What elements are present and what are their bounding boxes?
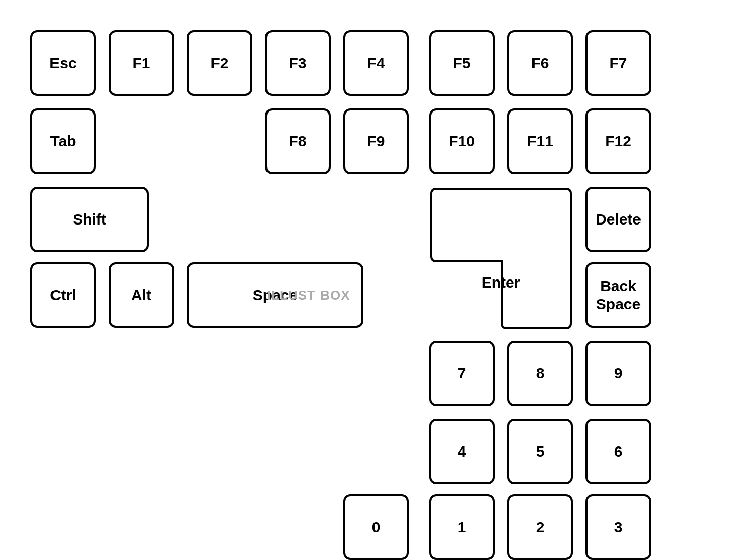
- key-enter[interactable]: Enter: [429, 187, 573, 330]
- key-f12[interactable]: F12: [585, 108, 651, 174]
- key-tab[interactable]: Tab: [30, 108, 96, 174]
- key-num6[interactable]: 6: [585, 419, 651, 484]
- svg-text:Enter: Enter: [482, 274, 520, 291]
- key-num9[interactable]: 9: [585, 341, 651, 406]
- key-f3[interactable]: F3: [265, 30, 331, 96]
- key-f2[interactable]: F2: [187, 30, 252, 96]
- key-backspace[interactable]: BackSpace: [585, 262, 651, 328]
- key-esc[interactable]: Esc: [30, 30, 96, 96]
- key-num5[interactable]: 5: [507, 419, 573, 484]
- key-f6[interactable]: F6: [507, 30, 573, 96]
- key-f8[interactable]: F8: [265, 108, 331, 174]
- key-alt[interactable]: Alt: [109, 262, 174, 328]
- key-f7[interactable]: F7: [585, 30, 651, 96]
- key-delete[interactable]: Delete: [585, 187, 651, 252]
- key-f5[interactable]: F5: [429, 30, 495, 96]
- key-space[interactable]: Space ILLUST BOX: [187, 262, 363, 328]
- key-num1[interactable]: 1: [429, 494, 495, 560]
- key-num0[interactable]: 0: [343, 494, 409, 560]
- key-f4[interactable]: F4: [343, 30, 409, 96]
- key-f9[interactable]: F9: [343, 108, 409, 174]
- key-shift[interactable]: Shift: [30, 187, 149, 252]
- key-num4[interactable]: 4: [429, 419, 495, 484]
- key-f10[interactable]: F10: [429, 108, 495, 174]
- key-num3[interactable]: 3: [585, 494, 651, 560]
- key-f1[interactable]: F1: [109, 30, 174, 96]
- keyboard-layout: Esc F1 F2 F3 F4 F5 F6 F7 Tab F8 F9 F10 F…: [15, 15, 732, 545]
- key-f11[interactable]: F11: [507, 108, 573, 174]
- key-ctrl[interactable]: Ctrl: [30, 262, 96, 328]
- key-num2[interactable]: 2: [507, 494, 573, 560]
- key-num8[interactable]: 8: [507, 341, 573, 406]
- key-num7[interactable]: 7: [429, 341, 495, 406]
